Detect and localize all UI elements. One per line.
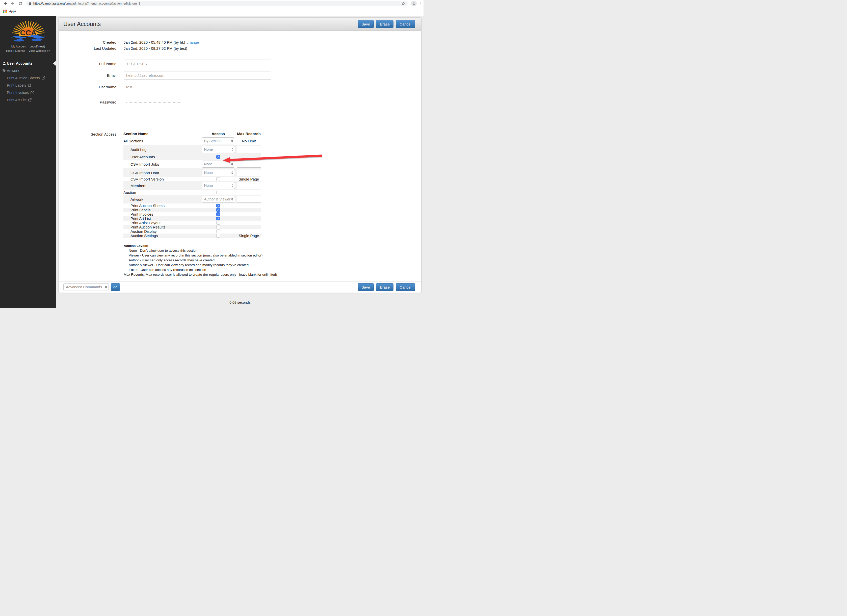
- full-name-field[interactable]: [124, 59, 271, 68]
- access-checkbox-print-labels[interactable]: ✓: [216, 208, 220, 212]
- access-checkbox-auction-settings[interactable]: [216, 234, 220, 238]
- access-row-auction: Auction: [123, 190, 261, 195]
- section-name-label: Auction Display: [123, 229, 201, 233]
- cancel-button[interactable]: Cancel: [396, 20, 415, 28]
- access-checkbox-user-accounts[interactable]: ✓: [216, 155, 220, 159]
- legend-item: Viewer - User can view any record in thi…: [129, 253, 421, 258]
- sidebar-item-artwork[interactable]: Artwork: [0, 67, 56, 74]
- url-bar[interactable]: https://cambriaarts.org/cms/admin.php?me…: [26, 1, 407, 6]
- access-select-value: By Section: [204, 139, 221, 143]
- legend-item: None - Don't allow user to access this s…: [129, 248, 421, 253]
- save-button[interactable]: Save: [358, 20, 374, 28]
- cancel-button[interactable]: Cancel: [396, 283, 415, 291]
- access-select-members[interactable]: None: [202, 182, 235, 189]
- max-records-input-csv-import-data[interactable]: [237, 169, 261, 176]
- section-name-label: CSV Import Data: [123, 171, 201, 175]
- logoff-link[interactable]: Logoff (test): [30, 45, 45, 48]
- access-select-audit-log[interactable]: None: [202, 146, 235, 153]
- section-name-label: User Accounts: [123, 155, 201, 159]
- max-records-cell: Single Page: [236, 233, 261, 238]
- select-stepper-icon: [231, 171, 233, 174]
- reload-icon[interactable]: [18, 1, 23, 6]
- access-cell: [201, 191, 235, 194]
- section-name-label: Artwork: [123, 197, 201, 201]
- access-row-artwork: ArtworkAuthor & Viewer: [123, 195, 261, 204]
- max-records-input-members[interactable]: [237, 182, 261, 189]
- change-link[interactable]: change: [186, 40, 199, 44]
- url-domain: https://cambriaarts.org: [33, 2, 65, 5]
- max-records-text: Single Page: [239, 177, 259, 181]
- page-title: User Accounts: [63, 21, 101, 28]
- apps-label[interactable]: Apps: [9, 10, 16, 13]
- panel-body: Created Jan 2nd, 2020 - 05:48:40 PM (by …: [59, 31, 421, 281]
- access-row-print-labels: Print Labels✓: [123, 208, 261, 212]
- password-field[interactable]: [124, 98, 271, 106]
- forward-icon[interactable]: [10, 1, 16, 6]
- my-account-link[interactable]: My Account: [11, 45, 26, 48]
- access-checkbox-print-auction-results[interactable]: [216, 225, 220, 229]
- access-cell: By Section: [201, 137, 235, 145]
- access-select-csv-import-jobs[interactable]: None: [202, 161, 235, 168]
- access-cell: None: [201, 161, 235, 168]
- access-checkbox-print-artist-payout[interactable]: [216, 221, 220, 225]
- access-checkbox-auction[interactable]: [216, 191, 220, 194]
- access-row-print-invoices: Print Invoices✓: [123, 212, 261, 216]
- select-stepper-icon: [231, 184, 233, 187]
- sidebar-item-label: Print Art List: [7, 98, 27, 102]
- access-row-csv-import-data: CSV Import DataNone: [123, 168, 261, 177]
- back-icon[interactable]: [3, 1, 8, 6]
- sidebar-item-label: Print Invoices: [7, 91, 29, 95]
- advanced-commands-select[interactable]: Advanced Commands...: [63, 283, 109, 291]
- max-records-cell: No Limit: [236, 139, 261, 143]
- access-checkbox-print-art-list[interactable]: ✓: [216, 217, 220, 220]
- profile-avatar[interactable]: [411, 1, 417, 6]
- email-field[interactable]: [124, 71, 271, 80]
- sidebar-item-print-invoices[interactable]: Print Invoices: [0, 89, 56, 96]
- access-cell: ✓: [201, 204, 235, 208]
- max-records-input-csv-import-jobs[interactable]: [237, 161, 261, 168]
- access-select-all-sections[interactable]: By Section: [202, 137, 235, 145]
- erase-button[interactable]: Erase: [376, 283, 394, 291]
- access-row-print-art-list: Print Art List✓: [123, 216, 261, 221]
- bookmarks-bar: Apps: [0, 7, 424, 16]
- sidebar-item-print-art-list[interactable]: Print Art List: [0, 96, 56, 103]
- access-cell: None: [201, 146, 235, 153]
- apps-grid-icon[interactable]: [3, 10, 7, 13]
- legend-item: Editor - User can access any records in …: [129, 267, 421, 272]
- access-cell: [201, 229, 235, 233]
- help-link[interactable]: Help: [6, 49, 12, 52]
- save-button[interactable]: Save: [358, 283, 374, 291]
- url-text: https://cambriaarts.org/cms/admin.php?me…: [33, 2, 401, 5]
- access-row-audit-log: Audit LogNone: [123, 145, 261, 154]
- section-name-label: Print Invoices: [123, 212, 201, 216]
- erase-button[interactable]: Erase: [376, 20, 394, 28]
- access-row-all-sections: All SectionsBy SectionNo Limit: [123, 137, 261, 145]
- bookmark-star-icon[interactable]: [401, 2, 405, 5]
- access-select-csv-import-data[interactable]: None: [202, 169, 235, 176]
- legend-footnote: Max Records: Max records user is allowed…: [124, 272, 421, 277]
- license-link[interactable]: License: [15, 49, 25, 52]
- access-row-csv-import-version: CSV Import VersionSingle Page: [123, 177, 261, 181]
- username-field[interactable]: [124, 83, 271, 91]
- access-cell: ✓: [201, 212, 235, 216]
- sidebar-item-print-auction-sheets[interactable]: Print Auction Sheets: [0, 74, 56, 81]
- browser-menu-icon[interactable]: [420, 2, 421, 5]
- view-website-link[interactable]: View Website >>: [28, 49, 50, 52]
- max-records-cell: [236, 169, 261, 176]
- access-checkbox-auction-display[interactable]: [216, 229, 220, 233]
- account-form: Full Name Email Username Password: [59, 59, 421, 106]
- sidebar-item-user-accounts[interactable]: User Accounts: [0, 59, 56, 67]
- go-button[interactable]: go: [111, 283, 120, 291]
- max-records-input-artwork[interactable]: [237, 196, 261, 203]
- sidebar-item-print-labels[interactable]: Print Labels: [0, 81, 56, 89]
- section-name-label: All Sections: [123, 139, 201, 143]
- section-access-label: Section Access: [59, 130, 117, 238]
- panel-footer: Advanced Commands... go SaveEraseCancel: [59, 281, 421, 292]
- access-select-artwork[interactable]: Author & Viewer: [202, 196, 235, 203]
- access-checkbox-csv-import-version[interactable]: [216, 177, 220, 181]
- access-checkbox-print-auction-sheets[interactable]: ✓: [216, 204, 220, 208]
- max-records-input-audit-log[interactable]: [237, 146, 261, 153]
- section-name-label: Print Artist Payout: [123, 221, 201, 225]
- select-stepper-icon: [231, 139, 233, 142]
- access-checkbox-print-invoices[interactable]: ✓: [216, 212, 220, 216]
